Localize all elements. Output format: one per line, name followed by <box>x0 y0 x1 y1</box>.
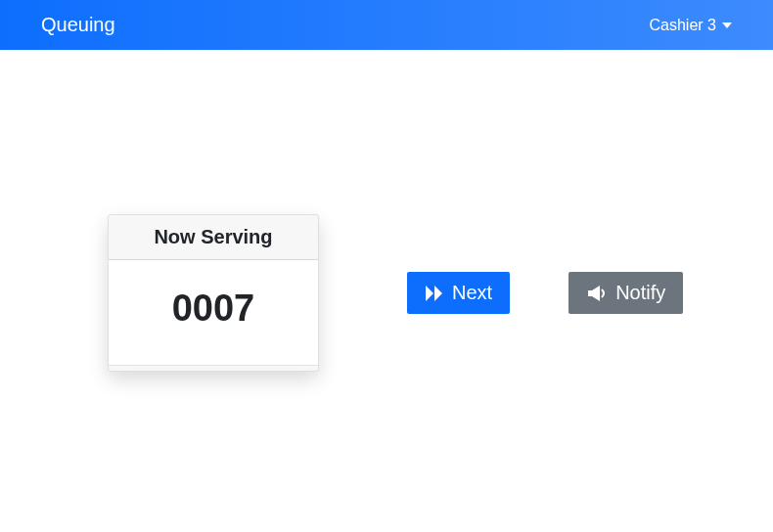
user-dropdown-label: Cashier 3 <box>650 17 716 34</box>
bullhorn-icon <box>586 285 608 302</box>
serving-number: 0007 <box>109 288 318 330</box>
card-footer <box>109 365 318 371</box>
user-dropdown[interactable]: Cashier 3 <box>650 17 732 34</box>
notify-button-label: Notify <box>615 282 665 304</box>
main-content: Now Serving 0007 Next Notify <box>0 50 773 372</box>
notify-button[interactable]: Notify <box>568 272 683 314</box>
app-brand[interactable]: Queuing <box>41 14 115 36</box>
now-serving-card: Now Serving 0007 <box>108 214 319 372</box>
next-button-label: Next <box>452 282 492 304</box>
card-body: 0007 <box>109 260 318 365</box>
buttons-area: Next Notify <box>407 272 683 314</box>
next-button[interactable]: Next <box>407 272 510 314</box>
navbar: Queuing Cashier 3 <box>0 0 773 50</box>
caret-down-icon <box>722 22 732 28</box>
forward-icon <box>425 285 444 302</box>
card-header: Now Serving <box>109 215 318 260</box>
